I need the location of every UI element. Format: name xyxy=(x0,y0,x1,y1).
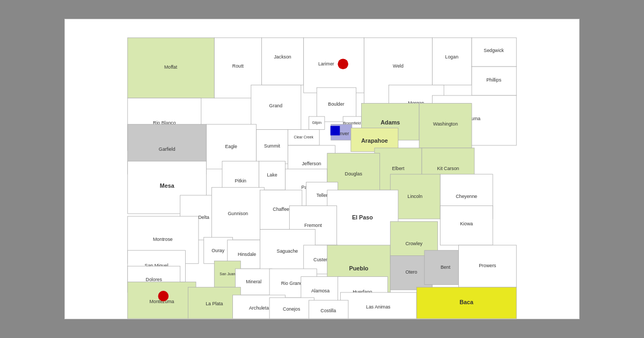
marker-denver xyxy=(331,126,340,136)
county-grand[interactable] xyxy=(251,85,301,129)
county-kiowa[interactable] xyxy=(440,206,493,245)
county-clear-creek[interactable] xyxy=(288,130,319,145)
county-costilla[interactable] xyxy=(309,300,348,319)
county-lake[interactable] xyxy=(259,161,286,190)
county-moffat[interactable] xyxy=(128,38,215,98)
county-jackson[interactable] xyxy=(261,38,303,85)
map-container: Moffat Routt Jackson Larimer Weld Logan … xyxy=(64,19,580,319)
county-conejos[interactable] xyxy=(269,298,314,319)
county-gunnison[interactable] xyxy=(211,187,264,240)
marker-larimer xyxy=(338,58,348,69)
county-larimer[interactable] xyxy=(304,38,364,93)
county-las-animas[interactable] xyxy=(340,292,416,319)
county-logan[interactable] xyxy=(433,38,472,85)
county-baca[interactable] xyxy=(416,287,516,319)
marker-montezuma xyxy=(158,291,169,302)
county-phillips[interactable] xyxy=(472,67,516,95)
county-gilpin[interactable] xyxy=(309,116,325,129)
county-washington[interactable] xyxy=(419,104,472,148)
county-mineral[interactable] xyxy=(235,269,272,295)
county-el-paso[interactable] xyxy=(327,190,398,248)
county-sedgwick[interactable] xyxy=(472,38,516,67)
county-summit[interactable] xyxy=(257,130,288,164)
county-prowers[interactable] xyxy=(459,245,517,287)
